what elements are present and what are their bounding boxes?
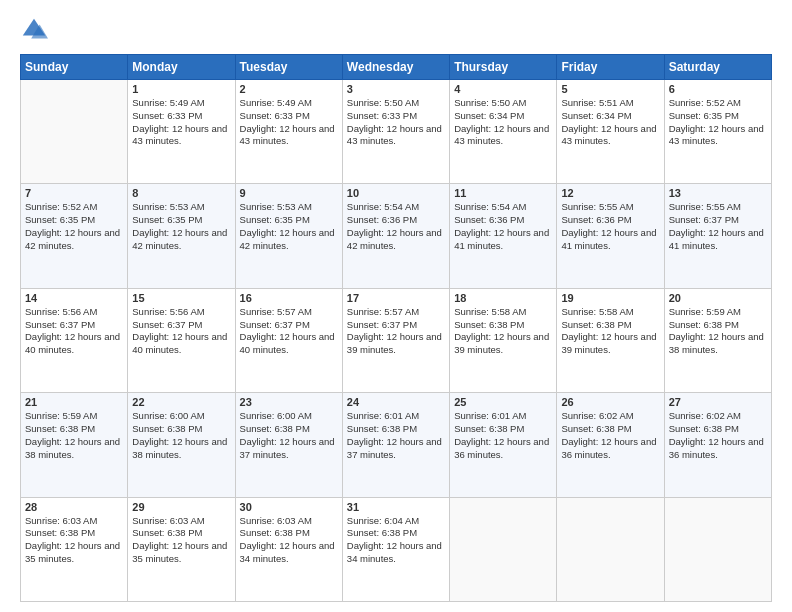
day-number: 3	[347, 83, 445, 95]
day-number: 24	[347, 396, 445, 408]
day-number: 4	[454, 83, 552, 95]
day-info: Sunrise: 5:49 AMSunset: 6:33 PMDaylight:…	[240, 97, 338, 148]
calendar-cell: 15Sunrise: 5:56 AMSunset: 6:37 PMDayligh…	[128, 288, 235, 392]
calendar-cell: 24Sunrise: 6:01 AMSunset: 6:38 PMDayligh…	[342, 393, 449, 497]
day-number: 7	[25, 187, 123, 199]
day-info: Sunrise: 6:02 AMSunset: 6:38 PMDaylight:…	[561, 410, 659, 461]
calendar-row: 21Sunrise: 5:59 AMSunset: 6:38 PMDayligh…	[21, 393, 772, 497]
day-info: Sunrise: 5:54 AMSunset: 6:36 PMDaylight:…	[454, 201, 552, 252]
calendar-cell: 1Sunrise: 5:49 AMSunset: 6:33 PMDaylight…	[128, 80, 235, 184]
day-info: Sunrise: 5:53 AMSunset: 6:35 PMDaylight:…	[132, 201, 230, 252]
calendar-cell: 14Sunrise: 5:56 AMSunset: 6:37 PMDayligh…	[21, 288, 128, 392]
calendar-cell	[21, 80, 128, 184]
day-info: Sunrise: 5:52 AMSunset: 6:35 PMDaylight:…	[669, 97, 767, 148]
day-number: 21	[25, 396, 123, 408]
day-number: 22	[132, 396, 230, 408]
day-number: 25	[454, 396, 552, 408]
calendar-cell: 17Sunrise: 5:57 AMSunset: 6:37 PMDayligh…	[342, 288, 449, 392]
day-number: 2	[240, 83, 338, 95]
day-info: Sunrise: 5:58 AMSunset: 6:38 PMDaylight:…	[561, 306, 659, 357]
day-info: Sunrise: 5:51 AMSunset: 6:34 PMDaylight:…	[561, 97, 659, 148]
day-number: 17	[347, 292, 445, 304]
day-number: 6	[669, 83, 767, 95]
day-info: Sunrise: 5:49 AMSunset: 6:33 PMDaylight:…	[132, 97, 230, 148]
calendar-cell: 8Sunrise: 5:53 AMSunset: 6:35 PMDaylight…	[128, 184, 235, 288]
calendar-cell: 5Sunrise: 5:51 AMSunset: 6:34 PMDaylight…	[557, 80, 664, 184]
weekday-header: Wednesday	[342, 55, 449, 80]
day-number: 16	[240, 292, 338, 304]
calendar-cell: 6Sunrise: 5:52 AMSunset: 6:35 PMDaylight…	[664, 80, 771, 184]
calendar: SundayMondayTuesdayWednesdayThursdayFrid…	[20, 54, 772, 602]
weekday-header: Sunday	[21, 55, 128, 80]
day-number: 26	[561, 396, 659, 408]
page: SundayMondayTuesdayWednesdayThursdayFrid…	[0, 0, 792, 612]
calendar-cell: 16Sunrise: 5:57 AMSunset: 6:37 PMDayligh…	[235, 288, 342, 392]
logo	[20, 16, 52, 44]
day-info: Sunrise: 5:58 AMSunset: 6:38 PMDaylight:…	[454, 306, 552, 357]
weekday-header: Monday	[128, 55, 235, 80]
calendar-cell: 23Sunrise: 6:00 AMSunset: 6:38 PMDayligh…	[235, 393, 342, 497]
calendar-cell: 19Sunrise: 5:58 AMSunset: 6:38 PMDayligh…	[557, 288, 664, 392]
calendar-cell: 28Sunrise: 6:03 AMSunset: 6:38 PMDayligh…	[21, 497, 128, 601]
calendar-cell: 3Sunrise: 5:50 AMSunset: 6:33 PMDaylight…	[342, 80, 449, 184]
day-number: 10	[347, 187, 445, 199]
day-number: 20	[669, 292, 767, 304]
day-number: 27	[669, 396, 767, 408]
day-number: 1	[132, 83, 230, 95]
day-info: Sunrise: 6:03 AMSunset: 6:38 PMDaylight:…	[240, 515, 338, 566]
day-number: 29	[132, 501, 230, 513]
calendar-cell	[450, 497, 557, 601]
day-info: Sunrise: 6:00 AMSunset: 6:38 PMDaylight:…	[132, 410, 230, 461]
day-info: Sunrise: 5:57 AMSunset: 6:37 PMDaylight:…	[240, 306, 338, 357]
calendar-row: 28Sunrise: 6:03 AMSunset: 6:38 PMDayligh…	[21, 497, 772, 601]
logo-icon	[20, 16, 48, 44]
day-info: Sunrise: 5:53 AMSunset: 6:35 PMDaylight:…	[240, 201, 338, 252]
calendar-cell: 7Sunrise: 5:52 AMSunset: 6:35 PMDaylight…	[21, 184, 128, 288]
header	[20, 16, 772, 44]
calendar-cell: 29Sunrise: 6:03 AMSunset: 6:38 PMDayligh…	[128, 497, 235, 601]
day-info: Sunrise: 5:54 AMSunset: 6:36 PMDaylight:…	[347, 201, 445, 252]
calendar-cell	[664, 497, 771, 601]
weekday-header: Thursday	[450, 55, 557, 80]
calendar-cell: 30Sunrise: 6:03 AMSunset: 6:38 PMDayligh…	[235, 497, 342, 601]
day-info: Sunrise: 5:55 AMSunset: 6:37 PMDaylight:…	[669, 201, 767, 252]
calendar-row: 7Sunrise: 5:52 AMSunset: 6:35 PMDaylight…	[21, 184, 772, 288]
day-info: Sunrise: 5:59 AMSunset: 6:38 PMDaylight:…	[25, 410, 123, 461]
day-info: Sunrise: 6:00 AMSunset: 6:38 PMDaylight:…	[240, 410, 338, 461]
day-info: Sunrise: 5:56 AMSunset: 6:37 PMDaylight:…	[132, 306, 230, 357]
calendar-cell	[557, 497, 664, 601]
day-info: Sunrise: 5:55 AMSunset: 6:36 PMDaylight:…	[561, 201, 659, 252]
day-number: 8	[132, 187, 230, 199]
day-number: 5	[561, 83, 659, 95]
calendar-cell: 11Sunrise: 5:54 AMSunset: 6:36 PMDayligh…	[450, 184, 557, 288]
calendar-cell: 20Sunrise: 5:59 AMSunset: 6:38 PMDayligh…	[664, 288, 771, 392]
day-number: 19	[561, 292, 659, 304]
day-number: 12	[561, 187, 659, 199]
day-info: Sunrise: 6:01 AMSunset: 6:38 PMDaylight:…	[454, 410, 552, 461]
day-number: 31	[347, 501, 445, 513]
weekday-header-row: SundayMondayTuesdayWednesdayThursdayFrid…	[21, 55, 772, 80]
day-info: Sunrise: 5:57 AMSunset: 6:37 PMDaylight:…	[347, 306, 445, 357]
calendar-cell: 4Sunrise: 5:50 AMSunset: 6:34 PMDaylight…	[450, 80, 557, 184]
calendar-cell: 2Sunrise: 5:49 AMSunset: 6:33 PMDaylight…	[235, 80, 342, 184]
calendar-cell: 10Sunrise: 5:54 AMSunset: 6:36 PMDayligh…	[342, 184, 449, 288]
day-number: 30	[240, 501, 338, 513]
weekday-header: Saturday	[664, 55, 771, 80]
day-info: Sunrise: 5:52 AMSunset: 6:35 PMDaylight:…	[25, 201, 123, 252]
day-number: 23	[240, 396, 338, 408]
calendar-cell: 27Sunrise: 6:02 AMSunset: 6:38 PMDayligh…	[664, 393, 771, 497]
calendar-cell: 31Sunrise: 6:04 AMSunset: 6:38 PMDayligh…	[342, 497, 449, 601]
calendar-cell: 9Sunrise: 5:53 AMSunset: 6:35 PMDaylight…	[235, 184, 342, 288]
day-info: Sunrise: 6:04 AMSunset: 6:38 PMDaylight:…	[347, 515, 445, 566]
day-info: Sunrise: 5:56 AMSunset: 6:37 PMDaylight:…	[25, 306, 123, 357]
day-info: Sunrise: 6:02 AMSunset: 6:38 PMDaylight:…	[669, 410, 767, 461]
day-number: 9	[240, 187, 338, 199]
calendar-row: 1Sunrise: 5:49 AMSunset: 6:33 PMDaylight…	[21, 80, 772, 184]
calendar-cell: 21Sunrise: 5:59 AMSunset: 6:38 PMDayligh…	[21, 393, 128, 497]
calendar-cell: 18Sunrise: 5:58 AMSunset: 6:38 PMDayligh…	[450, 288, 557, 392]
day-number: 14	[25, 292, 123, 304]
weekday-header: Tuesday	[235, 55, 342, 80]
day-info: Sunrise: 5:50 AMSunset: 6:33 PMDaylight:…	[347, 97, 445, 148]
calendar-cell: 22Sunrise: 6:00 AMSunset: 6:38 PMDayligh…	[128, 393, 235, 497]
calendar-cell: 26Sunrise: 6:02 AMSunset: 6:38 PMDayligh…	[557, 393, 664, 497]
